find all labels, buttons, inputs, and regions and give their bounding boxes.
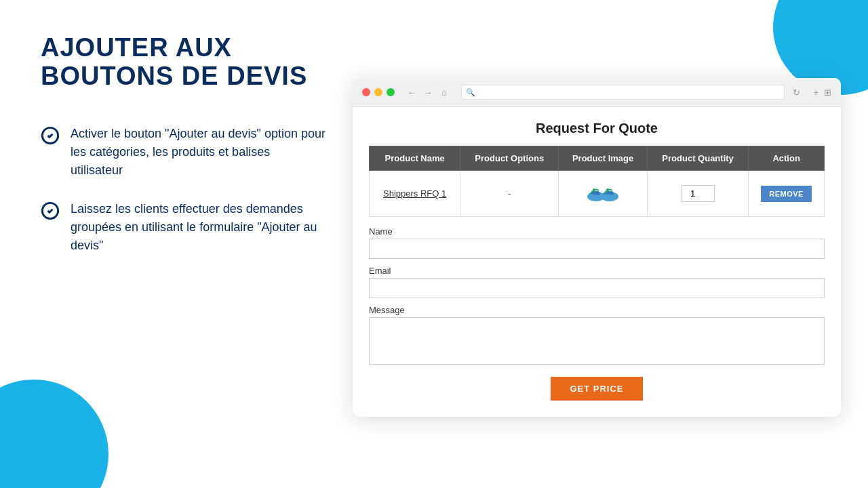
cell-product-image <box>559 171 648 217</box>
dot-yellow[interactable] <box>374 88 382 96</box>
nav-back-btn[interactable]: ← <box>406 86 418 98</box>
name-label: Name <box>369 226 825 237</box>
rfq-title: Request For Quote <box>369 121 825 136</box>
col-product-image: Product Image <box>559 146 648 171</box>
svg-point-3 <box>593 188 595 191</box>
message-input[interactable] <box>369 317 825 365</box>
browser-dots <box>362 88 395 96</box>
cell-product-quantity <box>647 171 748 217</box>
browser-actions: + ⊞ <box>813 87 831 98</box>
left-panel: AJOUTER AUX BOUTONS DE DEVIS Activer le … <box>41 34 326 461</box>
nav-plus-btn[interactable]: + <box>813 87 818 98</box>
nav-grid-btn[interactable]: ⊞ <box>824 87 831 98</box>
col-product-name: Product Name <box>370 146 460 171</box>
cell-action: REMOVE <box>749 171 825 217</box>
name-field: Name <box>369 226 825 259</box>
browser-nav: ← → ⌂ <box>406 86 450 98</box>
bullet-item-1: Activer le bouton "Ajouter au devis" opt… <box>41 125 326 180</box>
remove-button[interactable]: REMOVE <box>761 186 812 202</box>
email-label: Email <box>369 266 825 276</box>
right-panel: ← → ⌂ 🔍 ↻ + ⊞ Request For Quote <box>353 34 841 461</box>
browser-mockup: ← → ⌂ 🔍 ↻ + ⊞ Request For Quote <box>353 78 841 417</box>
nav-refresh-btn[interactable]: ↻ <box>790 86 802 98</box>
bullet-item-2: Laissez les clients effectuer des demand… <box>41 200 326 255</box>
check-icon-1 <box>41 126 60 145</box>
page-title: AJOUTER AUX BOUTONS DE DEVIS <box>41 34 326 91</box>
cell-product-name: Shippers RFQ 1 <box>370 171 460 217</box>
dot-red[interactable] <box>362 88 370 96</box>
cell-product-options: - <box>460 171 559 217</box>
email-input[interactable] <box>369 278 825 298</box>
col-product-options: Product Options <box>460 146 559 171</box>
product-link[interactable]: Shippers RFQ 1 <box>383 188 446 199</box>
rfq-table: Product Name Product Options Product Ima… <box>369 146 825 217</box>
table-row: Shippers RFQ 1 - <box>370 171 825 217</box>
dot-green[interactable] <box>387 88 395 96</box>
name-input[interactable] <box>369 239 825 259</box>
search-icon: 🔍 <box>466 88 475 97</box>
svg-point-5 <box>606 188 609 191</box>
rfq-form: Name Email Message GET PRICE <box>369 226 825 401</box>
email-field: Email <box>369 266 825 298</box>
message-field: Message <box>369 305 825 367</box>
browser-search-bar[interactable]: 🔍 <box>461 85 785 100</box>
quantity-input[interactable] <box>681 185 715 202</box>
browser-content: Request For Quote Product Name Product O… <box>353 107 841 417</box>
get-price-button[interactable]: GET PRICE <box>551 377 642 401</box>
table-header-row: Product Name Product Options Product Ima… <box>370 146 825 171</box>
message-label: Message <box>369 305 825 315</box>
nav-forward-btn[interactable]: → <box>422 86 434 98</box>
bullet-list: Activer le bouton "Ajouter au devis" opt… <box>41 125 326 255</box>
check-icon-2 <box>41 201 60 220</box>
col-action: Action <box>749 146 825 171</box>
browser-toolbar: ← → ⌂ 🔍 ↻ + ⊞ <box>353 78 841 107</box>
bullet-text-1: Activer le bouton "Ajouter au devis" opt… <box>71 125 326 180</box>
bullet-text-2: Laissez les clients effectuer des demand… <box>71 200 326 255</box>
product-image <box>564 178 642 209</box>
col-product-quantity: Product Quantity <box>647 146 748 171</box>
nav-home-btn[interactable]: ⌂ <box>438 86 450 98</box>
sandals-svg <box>586 178 620 205</box>
